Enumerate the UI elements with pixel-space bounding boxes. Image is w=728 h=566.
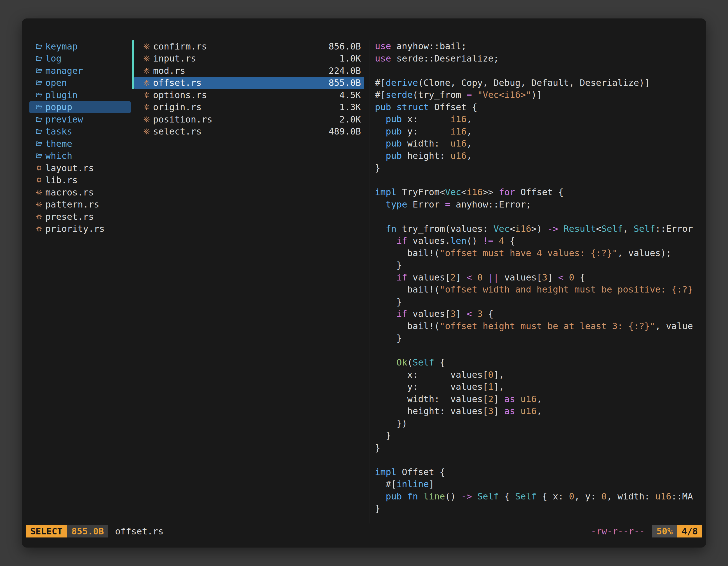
sidebar-item-which[interactable]: which	[29, 150, 131, 162]
entry-name: pattern.rs	[45, 199, 99, 210]
rust-file-icon	[35, 164, 43, 172]
code-line: pub fn line() -> Self { Self { x: 0, y: …	[375, 490, 703, 503]
entry-name: tasks	[45, 126, 72, 137]
file-row-mod-rs[interactable]: mod.rs224.0B	[134, 65, 364, 77]
rust-file-icon	[143, 43, 150, 50]
entry-name: offset.rs	[153, 78, 201, 88]
entry-name: select.rs	[153, 126, 201, 137]
entry-name: preview	[45, 114, 83, 125]
code-line: #[inline]	[375, 478, 703, 490]
sidebar-item-keymap[interactable]: keymap	[29, 40, 131, 53]
folder-icon	[35, 140, 43, 147]
folder-icon	[35, 55, 43, 62]
entry-size: 2.0K	[339, 114, 361, 125]
folder-icon	[35, 128, 43, 135]
sidebar-item-preset-rs[interactable]: preset.rs	[29, 211, 131, 223]
entry-name: lib.rs	[45, 175, 78, 186]
rust-file-icon	[143, 116, 150, 123]
code-line: if values[2] < 0 || values[3] < 0 {	[375, 272, 703, 284]
folder-icon	[35, 152, 43, 160]
file-row-position-rs[interactable]: position.rs2.0K	[134, 113, 364, 126]
file-row-offset-rs[interactable]: offset.rs855.0B	[134, 77, 364, 89]
code-line	[375, 211, 703, 223]
code-line	[375, 65, 703, 77]
code-line: y: values[1],	[375, 381, 703, 393]
status-bar: SELECT 855.0B offset.rs -rw-r--r-- 50% 4…	[26, 525, 702, 537]
entry-name: open	[45, 78, 67, 88]
sidebar-item-macros-rs[interactable]: macros.rs	[29, 186, 131, 199]
sidebar-item-preview[interactable]: preview	[29, 113, 131, 126]
entry-size: 855.0B	[328, 78, 361, 88]
sidebar-item-theme[interactable]: theme	[29, 138, 131, 150]
code-line: pub y: i16,	[375, 126, 703, 138]
entry-name: keymap	[45, 41, 78, 52]
status-filename: offset.rs	[115, 526, 163, 537]
rust-file-icon	[35, 201, 43, 208]
code-line: if values[3] < 3 {	[375, 308, 703, 320]
code-line: use anyhow::bail;	[375, 40, 703, 53]
folder-icon	[35, 104, 43, 111]
rust-file-icon	[143, 67, 150, 74]
entry-name: preset.rs	[45, 212, 94, 222]
file-row-options-rs[interactable]: options.rs4.5K	[134, 89, 364, 101]
code-line: use serde::Deserialize;	[375, 53, 703, 65]
sidebar-item-popup[interactable]: popup	[29, 101, 131, 114]
sidebar-item-priority-rs[interactable]: priority.rs	[29, 223, 131, 235]
code-line: #[derive(Clone, Copy, Debug, Default, De…	[375, 77, 703, 89]
code-line	[375, 174, 703, 187]
file-preview-pane: use anyhow::bail;use serde::Deserialize;…	[375, 40, 703, 515]
sidebar-item-manager[interactable]: manager	[29, 65, 131, 77]
code-line	[375, 344, 703, 357]
rust-file-icon	[35, 177, 43, 184]
code-line: }	[375, 429, 703, 442]
sidebar-item-tasks[interactable]: tasks	[29, 126, 131, 138]
code-line: }	[375, 162, 703, 174]
file-row-origin-rs[interactable]: origin.rs1.3K	[134, 101, 364, 114]
file-row-confirm-rs[interactable]: confirm.rs856.0B	[134, 40, 364, 53]
code-line: #[serde(try_from = "Vec<i16>")]	[375, 89, 703, 101]
code-line: x: values[0],	[375, 369, 703, 381]
rust-file-icon	[143, 104, 150, 111]
code-line	[375, 454, 703, 466]
rust-file-icon	[143, 55, 150, 62]
cursor-position-badge: 4/8	[677, 525, 702, 537]
code-line: bail!("offset must have 4 values: {:?}",…	[375, 247, 703, 260]
entry-name: popup	[45, 102, 72, 112]
entry-name: macros.rs	[45, 187, 94, 198]
code-line: }	[375, 296, 703, 308]
file-row-select-rs[interactable]: select.rs489.0B	[134, 126, 364, 138]
code-line: type Error = anyhow::Error;	[375, 199, 703, 211]
code-line: bail!("offset width and height must be p…	[375, 283, 703, 296]
file-permissions: -rw-r--r--	[591, 526, 645, 537]
sidebar-item-log[interactable]: log	[29, 53, 131, 65]
entry-name: layout.rs	[45, 163, 94, 173]
entry-size: 856.0B	[328, 41, 361, 52]
scroll-percent-badge: 50%	[652, 525, 677, 537]
code-line: Ok(Self {	[375, 356, 703, 369]
code-line: pub width: u16,	[375, 138, 703, 150]
code-line: impl Offset {	[375, 466, 703, 478]
code-line: pub height: u16,	[375, 150, 703, 162]
code-line: fn try_from(values: Vec<i16>) -> Result<…	[375, 223, 703, 235]
code-line: }	[375, 259, 703, 272]
code-line: }	[375, 332, 703, 344]
entry-name: origin.rs	[153, 102, 201, 112]
entry-name: options.rs	[153, 90, 207, 100]
pane-divider-right	[370, 40, 370, 523]
entry-size: 224.0B	[328, 65, 361, 76]
code-line: bail!("offset height must be at least 3:…	[375, 320, 703, 332]
sidebar-item-pattern-rs[interactable]: pattern.rs	[29, 199, 131, 211]
file-row-input-rs[interactable]: input.rs1.0K	[134, 53, 364, 65]
folder-icon	[35, 43, 43, 50]
entry-name: which	[45, 151, 72, 161]
sidebar-item-plugin[interactable]: plugin	[29, 89, 131, 101]
code-line: }	[375, 442, 703, 454]
sidebar-item-layout-rs[interactable]: layout.rs	[29, 162, 131, 174]
entry-name: mod.rs	[153, 65, 185, 76]
rust-file-icon	[35, 213, 43, 220]
entry-name: confirm.rs	[153, 41, 207, 52]
sidebar-item-lib-rs[interactable]: lib.rs	[29, 174, 131, 187]
sidebar-item-open[interactable]: open	[29, 77, 131, 89]
entry-name: manager	[45, 65, 83, 76]
code-line: impl TryFrom<Vec<i16>> for Offset {	[375, 186, 703, 199]
